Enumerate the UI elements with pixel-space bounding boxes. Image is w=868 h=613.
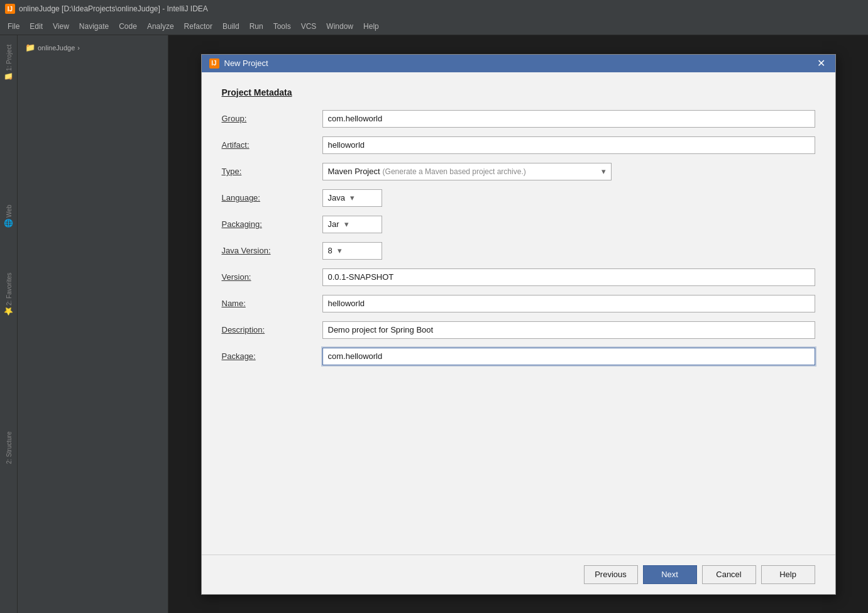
menu-code[interactable]: Code	[114, 19, 142, 33]
form-row-artifact: Artifact:	[222, 136, 815, 154]
sidebar-tab-web-label: Web	[5, 204, 12, 217]
language-select[interactable]: Java ▾	[322, 189, 382, 207]
titlebar-title: onlineJudge [D:\IdeaProjects\onlineJudge…	[19, 4, 208, 13]
artifact-input[interactable]	[322, 136, 815, 154]
package-control	[322, 348, 815, 365]
favorites-icon: ⭐	[4, 307, 13, 316]
menu-file[interactable]: File	[3, 19, 25, 33]
project-panel-chevron: ›	[77, 44, 80, 52]
form-row-package: Package:	[222, 348, 815, 365]
sidebar-tab-project[interactable]: 📁 1: Project	[2, 38, 16, 88]
sidebar-tab-structure[interactable]: 2: Structure	[2, 422, 16, 473]
group-label: Group:	[222, 114, 322, 123]
language-label: Language:	[222, 193, 322, 202]
web-icon: 🌐	[4, 219, 13, 228]
packaging-select[interactable]: Jar ▾	[322, 216, 382, 233]
type-control: Maven Project (Generate a Maven based pr…	[322, 163, 815, 180]
project-panel: 📁 onlineJudge ›	[18, 35, 168, 613]
packaging-label: Packaging:	[222, 219, 322, 229]
java-version-dropdown-icon: ▾	[338, 246, 342, 255]
menu-analyze[interactable]: Analyze	[142, 19, 179, 33]
project-icon: 📁	[4, 72, 13, 82]
description-control	[322, 321, 815, 339]
menu-vcs[interactable]: VCS	[296, 19, 322, 33]
type-hint: (Generate a Maven based project archive.…	[383, 167, 526, 176]
dialog-overlay: IJ New Project ✕ Project Metadata Group:	[168, 35, 868, 613]
form-row-name: Name:	[222, 295, 815, 312]
packaging-select-value: Jar	[328, 219, 339, 229]
java-version-select-value: 8	[328, 246, 332, 255]
menu-help[interactable]: Help	[358, 19, 384, 33]
left-sidebar: 📁 1: Project 🌐 Web ⭐ 2: Favorites 2: Str…	[0, 35, 18, 613]
next-button[interactable]: Next	[643, 565, 697, 584]
description-input[interactable]	[322, 321, 815, 339]
form-row-description: Description:	[222, 321, 815, 339]
menu-build[interactable]: Build	[217, 19, 244, 33]
project-panel-header: 📁 onlineJudge ›	[20, 40, 165, 55]
menu-tools[interactable]: Tools	[268, 19, 296, 33]
name-control	[322, 295, 815, 312]
group-input[interactable]	[322, 110, 815, 128]
dialog-content: Project Metadata Group: Artifact:	[202, 72, 835, 555]
type-label: Type:	[222, 167, 322, 176]
dialog-title-text: New Project	[224, 58, 268, 68]
dialog-title-left: IJ New Project	[209, 58, 268, 69]
java-version-control: 8 ▾	[322, 242, 815, 260]
menu-edit[interactable]: Edit	[25, 19, 48, 33]
name-label: Name:	[222, 299, 322, 308]
artifact-label: Artifact:	[222, 140, 322, 150]
type-select-value: Maven Project	[328, 167, 380, 176]
packaging-dropdown-icon: ▾	[344, 219, 349, 229]
titlebar: IJ onlineJudge [D:\IdeaProjects\onlineJu…	[0, 0, 868, 18]
menubar: File Edit View Navigate Code Analyze Ref…	[0, 18, 868, 35]
java-version-label: Java Version:	[222, 246, 322, 255]
app-icon: IJ	[5, 4, 15, 14]
project-folder-icon: 📁	[25, 43, 35, 52]
project-panel-title: onlineJudge	[38, 44, 75, 52]
sidebar-tab-favorites-label: 2: Favorites	[5, 272, 12, 305]
sidebar-tab-project-label: 1: Project	[5, 44, 12, 70]
version-input[interactable]	[322, 268, 815, 286]
language-control: Java ▾	[322, 189, 815, 207]
form-row-group: Group:	[222, 110, 815, 128]
language-dropdown-icon: ▾	[350, 193, 354, 202]
description-label: Description:	[222, 325, 322, 334]
sidebar-tab-favorites[interactable]: ⭐ 2: Favorites	[2, 269, 16, 319]
help-button[interactable]: Help	[761, 565, 815, 584]
group-control	[322, 110, 815, 128]
form-row-type: Type: Maven Project (Generate a Maven ba…	[222, 163, 815, 180]
sidebar-tab-web[interactable]: 🌐 Web	[2, 191, 16, 241]
menu-run[interactable]: Run	[244, 19, 268, 33]
menu-refactor[interactable]: Refactor	[179, 19, 217, 33]
packaging-control: Jar ▾	[322, 216, 815, 233]
ide-body: 📁 1: Project 🌐 Web ⭐ 2: Favorites 2: Str…	[0, 35, 868, 613]
menu-navigate[interactable]: Navigate	[74, 19, 114, 33]
dialog-title-icon: IJ	[209, 58, 219, 69]
version-label: Version:	[222, 272, 322, 282]
type-dropdown-icon: ▾	[602, 167, 606, 176]
name-input[interactable]	[322, 295, 815, 312]
form-row-version: Version:	[222, 268, 815, 286]
form-row-packaging: Packaging: Jar ▾	[222, 216, 815, 233]
package-input[interactable]	[322, 348, 815, 365]
type-select[interactable]: Maven Project (Generate a Maven based pr…	[322, 163, 612, 180]
artifact-control	[322, 136, 815, 154]
main-area: IJ New Project ✕ Project Metadata Group:	[168, 35, 868, 613]
form-row-java-version: Java Version: 8 ▾	[222, 242, 815, 260]
java-version-select[interactable]: 8 ▾	[322, 242, 382, 260]
previous-button[interactable]: Previous	[584, 565, 638, 584]
version-control	[322, 268, 815, 286]
menu-view[interactable]: View	[48, 19, 74, 33]
dialog-footer: Previous Next Cancel Help	[202, 555, 835, 594]
package-label: Package:	[222, 351, 322, 361]
new-project-dialog: IJ New Project ✕ Project Metadata Group:	[201, 54, 836, 595]
sidebar-tab-structure-label: 2: Structure	[5, 431, 12, 464]
cancel-button[interactable]: Cancel	[702, 565, 756, 584]
section-title: Project Metadata	[222, 87, 815, 97]
language-select-value: Java	[328, 193, 345, 202]
dialog-titlebar: IJ New Project ✕	[202, 55, 835, 72]
form-row-language: Language: Java ▾	[222, 189, 815, 207]
dialog-close-button[interactable]: ✕	[815, 58, 828, 69]
menu-window[interactable]: Window	[321, 19, 358, 33]
